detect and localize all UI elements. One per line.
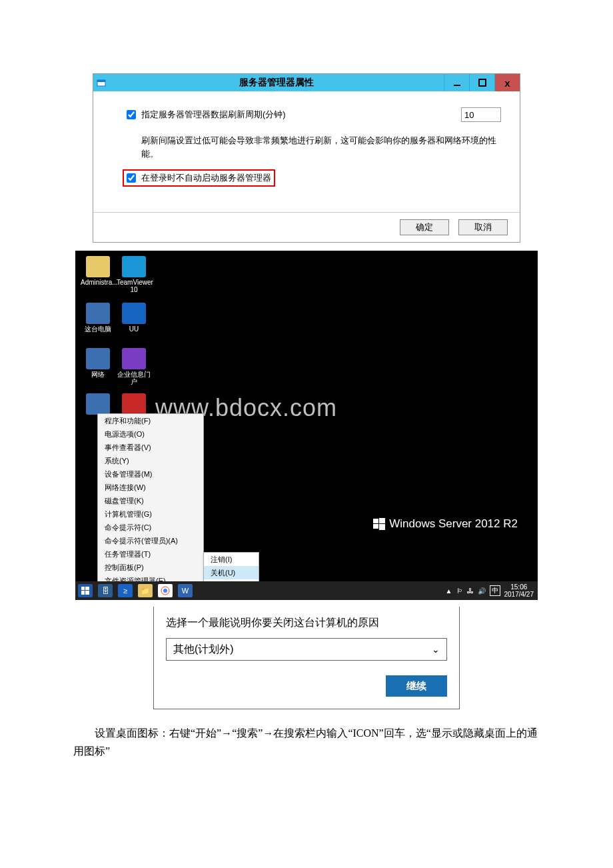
svg-rect-7 xyxy=(379,524,385,530)
continue-button[interactable]: 继续 xyxy=(386,675,447,697)
svg-rect-5 xyxy=(379,518,385,523)
tray-network-icon[interactable]: 🖧 xyxy=(467,587,474,595)
server-manager-taskbar-icon[interactable]: 🗄 xyxy=(98,584,113,597)
desktop-icon[interactable]: 这台电脑 xyxy=(81,303,115,333)
tray-ime-icon[interactable]: 中 xyxy=(490,585,500,596)
instruction-paragraph: 设置桌面图标：右键“开始”→“搜索”→在搜索栏内输入“ICON”回车，选“显示或… xyxy=(73,724,540,760)
server-manager-properties-dialog: 服务器管理器属性 x 指定服务器管理器数据刷新周期(分钟) 刷新间隔设置过低可能… xyxy=(93,73,520,243)
desktop-icon[interactable]: TeamViewer10 xyxy=(117,256,151,293)
explorer-taskbar-icon[interactable]: 📁 xyxy=(138,584,153,597)
desktop-icon[interactable]: 企业信息门户 xyxy=(117,348,151,385)
context-menu-item[interactable]: 电源选项(O) xyxy=(98,427,203,441)
submenu-item[interactable]: 注销(I) xyxy=(204,553,259,566)
context-menu-item[interactable]: 任务管理器(T) xyxy=(98,547,203,561)
refresh-interval-input[interactable] xyxy=(461,107,501,122)
chrome-taskbar-icon[interactable] xyxy=(158,584,173,597)
refresh-interval-label: 指定服务器管理器数据刷新周期(分钟) xyxy=(141,109,456,121)
context-menu-item[interactable]: 磁盘管理(K) xyxy=(98,494,203,507)
svg-rect-9 xyxy=(85,587,89,590)
desktop-screenshot: Administra...TeamViewer10这台电脑UU网络企业信息门户 … xyxy=(75,251,538,600)
svg-rect-6 xyxy=(373,524,378,529)
svg-point-13 xyxy=(163,589,167,593)
dialog-title: 服务器管理器属性 xyxy=(109,77,444,89)
shutdown-reason-select[interactable]: 其他(计划外) ⌄ xyxy=(166,638,447,661)
shutdown-reason-value: 其他(计划外) xyxy=(173,643,234,657)
context-menu-item[interactable]: 网络连接(W) xyxy=(98,481,203,494)
no-autostart-label: 在登录时不自动启动服务器管理器 xyxy=(141,172,271,184)
context-menu-item[interactable]: 命令提示符(C) xyxy=(98,521,203,534)
cancel-button[interactable]: 取消 xyxy=(458,219,508,235)
svg-rect-10 xyxy=(81,591,85,595)
desktop-icon[interactable] xyxy=(117,393,151,416)
chevron-down-icon: ⌄ xyxy=(432,644,440,655)
context-menu-item[interactable]: 计算机管理(G) xyxy=(98,507,203,521)
os-brand: Windows Server 2012 R2 xyxy=(373,517,518,531)
app-icon xyxy=(93,77,109,88)
svg-rect-3 xyxy=(479,79,486,86)
submenu-item[interactable]: 关机(U) xyxy=(204,566,259,579)
desktop-icon[interactable] xyxy=(81,393,115,416)
desktop-icon[interactable]: UU xyxy=(117,303,151,333)
refresh-interval-checkbox[interactable] xyxy=(127,110,136,119)
context-menu-item[interactable]: 事件查看器(V) xyxy=(98,441,203,454)
start-button[interactable] xyxy=(78,584,93,597)
desktop-icon[interactable]: Administra... xyxy=(81,256,115,286)
context-menu-item[interactable]: 设备管理器(M) xyxy=(98,467,203,481)
maximize-button[interactable] xyxy=(469,74,494,91)
taskbar-clock[interactable]: 15:06 2017/4/27 xyxy=(504,583,534,598)
tray-volume-icon[interactable]: 🔊 xyxy=(478,587,486,595)
shutdown-question: 选择一个最能说明你要关闭这台计算机的原因 xyxy=(166,616,447,630)
context-menu-item[interactable]: 控制面板(P) xyxy=(98,561,203,574)
word-taskbar-icon[interactable]: W xyxy=(178,584,193,597)
dialog-titlebar[interactable]: 服务器管理器属性 x xyxy=(93,74,520,91)
winx-context-menu[interactable]: 程序和功能(F)电源选项(O)事件查看器(V)系统(Y)设备管理器(M)网络连接… xyxy=(97,413,204,600)
context-menu-item[interactable]: 程序和功能(F) xyxy=(98,414,203,427)
svg-rect-8 xyxy=(81,587,85,590)
svg-rect-2 xyxy=(454,85,460,86)
tray-flag-icon[interactable]: 🏳 xyxy=(456,587,463,595)
desktop-icon[interactable]: 网络 xyxy=(81,348,115,378)
shutdown-reason-dialog: 选择一个最能说明你要关闭这台计算机的原因 其他(计划外) ⌄ 继续 xyxy=(153,607,460,709)
no-autostart-row: 在登录时不自动启动服务器管理器 xyxy=(123,169,275,187)
svg-rect-11 xyxy=(85,591,89,595)
svg-rect-1 xyxy=(97,80,105,82)
taskbar[interactable]: 🗄 ≥ 📁 W ▲ 🏳 🖧 🔊 中 15:06 2017/4/27 xyxy=(75,581,538,600)
no-autostart-checkbox[interactable] xyxy=(127,173,136,183)
minimize-button[interactable] xyxy=(444,74,469,91)
close-button[interactable]: x xyxy=(494,74,520,91)
tray-chevron-icon[interactable]: ▲ xyxy=(446,587,452,595)
windows-logo-icon xyxy=(373,518,385,530)
powershell-taskbar-icon[interactable]: ≥ xyxy=(118,584,133,597)
svg-rect-4 xyxy=(373,519,378,523)
context-menu-item[interactable]: 命令提示符(管理员)(A) xyxy=(98,534,203,547)
refresh-interval-row: 指定服务器管理器数据刷新周期(分钟) xyxy=(127,107,501,122)
ok-button[interactable]: 确定 xyxy=(400,219,449,235)
refresh-help-text: 刷新间隔设置过低可能会导致非常频繁地进行刷新，这可能会影响你的服务器和网络环境的… xyxy=(127,134,501,169)
context-menu-item[interactable]: 系统(Y) xyxy=(98,454,203,467)
